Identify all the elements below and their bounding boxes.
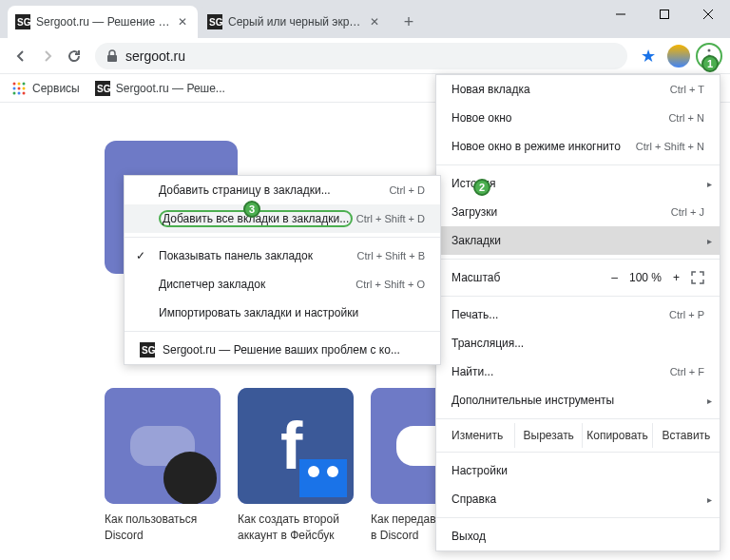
- menu-separator: [436, 259, 720, 260]
- url-text: sergoot.ru: [125, 48, 185, 64]
- svg-text:SG: SG: [97, 84, 110, 94]
- chrome-main-menu: Новая вкладкаCtrl + T Новое окноCtrl + N…: [435, 74, 720, 551]
- maximize-button[interactable]: [643, 0, 686, 29]
- svg-point-38: [308, 466, 319, 477]
- bookmark-star-icon[interactable]: ★: [641, 46, 656, 67]
- zoom-out-button[interactable]: –: [611, 271, 618, 284]
- card-item[interactable]: Как пользоваться Discord: [105, 388, 221, 544]
- toolbar: sergoot.ru ★: [0, 38, 730, 74]
- svg-text:SG: SG: [17, 17, 30, 28]
- submenu-bookmark-manager[interactable]: Диспетчер закладокCtrl + Shift + O: [125, 270, 440, 299]
- tab-title: Sergoot.ru — Решение ваших п: [36, 15, 175, 29]
- svg-point-13: [18, 82, 21, 85]
- close-window-button[interactable]: [686, 0, 730, 29]
- fullscreen-icon[interactable]: [691, 271, 704, 284]
- menu-new-window[interactable]: Новое окноCtrl + N: [436, 104, 720, 132]
- svg-point-17: [23, 87, 26, 89]
- submenu-import[interactable]: Импортировать закладки и настройки: [125, 299, 440, 327]
- menu-more-tools[interactable]: Дополнительные инструменты▸: [436, 386, 720, 415]
- menu-cast[interactable]: Трансляция...: [436, 329, 720, 357]
- svg-rect-5: [661, 10, 669, 19]
- menu-separator: [436, 164, 720, 165]
- apps-label: Сервисы: [32, 82, 80, 95]
- close-tab-icon[interactable]: ✕: [175, 14, 190, 29]
- menu-separator: [436, 517, 720, 518]
- svg-text:SG: SG: [142, 345, 155, 356]
- svg-point-15: [13, 87, 16, 89]
- svg-point-34: [163, 452, 217, 504]
- submenu-bookmark-entry[interactable]: SG Sergoot.ru — Решение ваших проблем с …: [125, 336, 440, 364]
- menu-find[interactable]: Найти...Ctrl + F: [436, 357, 720, 386]
- card-image: [105, 388, 221, 504]
- svg-point-12: [13, 82, 16, 85]
- svg-rect-37: [299, 459, 347, 497]
- chevron-right-icon: ▸: [707, 179, 712, 189]
- window-controls: [599, 0, 730, 29]
- lock-icon: [106, 49, 118, 63]
- browser-tab-2[interactable]: SG Серый или черный экран при з ✕: [200, 6, 390, 38]
- menu-help[interactable]: Справка▸: [436, 485, 720, 513]
- menu-print[interactable]: Печать...Ctrl + P: [436, 300, 720, 329]
- svg-point-39: [327, 466, 338, 477]
- zoom-value: 100 %: [629, 271, 662, 284]
- bookmark-item[interactable]: SG Sergoot.ru — Реше...: [95, 81, 225, 96]
- menu-copy[interactable]: Копировать: [583, 423, 653, 448]
- menu-separator: [125, 331, 440, 332]
- card-title: Как создать второй аккаунт в Фейсбук: [238, 512, 354, 544]
- menu-separator: [436, 418, 720, 419]
- svg-point-20: [23, 91, 26, 94]
- new-tab-button[interactable]: +: [395, 9, 422, 35]
- menu-new-tab[interactable]: Новая вкладкаCtrl + T: [436, 75, 720, 104]
- titlebar: SG Sergoot.ru — Решение ваших п ✕ SG Сер…: [0, 0, 730, 38]
- favicon-icon: SG: [95, 81, 110, 96]
- tab-title: Серый или черный экран при з: [228, 15, 367, 29]
- menu-separator: [125, 237, 440, 238]
- card-image: f: [238, 388, 354, 504]
- svg-point-14: [23, 82, 26, 85]
- menu-edit-row: Изменить Вырезать Копировать Вставить: [436, 423, 720, 448]
- svg-rect-8: [107, 55, 117, 62]
- card-title: Как пользоваться Discord: [105, 512, 221, 544]
- annotation-badge-2: 2: [473, 179, 490, 196]
- annotation-badge-1: 1: [701, 55, 719, 72]
- menu-exit[interactable]: Выход: [436, 522, 720, 550]
- menu-zoom: Масштаб – 100 % +: [436, 263, 720, 292]
- check-icon: ✓: [136, 249, 145, 262]
- menu-edit-label: Изменить: [436, 423, 515, 448]
- minimize-button[interactable]: [599, 0, 643, 29]
- chevron-right-icon: ▸: [707, 236, 712, 246]
- bookmark-label: Sergoot.ru — Реше...: [116, 82, 225, 95]
- chevron-right-icon: ▸: [707, 396, 712, 406]
- address-bar[interactable]: sergoot.ru: [95, 43, 627, 69]
- svg-point-18: [13, 91, 16, 94]
- menu-incognito[interactable]: Новое окно в режиме инкогнитоCtrl + Shif…: [436, 132, 720, 161]
- browser-tab-1[interactable]: SG Sergoot.ru — Решение ваших п ✕: [8, 6, 198, 38]
- apps-icon: [11, 81, 27, 96]
- zoom-in-button[interactable]: +: [673, 271, 680, 284]
- card-item[interactable]: f Как создать второй аккаунт в Фейсбук: [238, 388, 354, 544]
- favicon-icon: SG: [140, 342, 155, 357]
- svg-text:SG: SG: [209, 17, 222, 28]
- menu-separator: [436, 296, 720, 297]
- menu-settings[interactable]: Настройки: [436, 456, 720, 485]
- profile-avatar[interactable]: [667, 45, 690, 68]
- submenu-show-bookmarks-bar[interactable]: ✓Показывать панель закладокCtrl + Shift …: [125, 241, 440, 270]
- forward-button[interactable]: [34, 43, 61, 69]
- favicon-icon: SG: [207, 14, 222, 29]
- reload-button[interactable]: [61, 43, 87, 69]
- svg-point-9: [708, 48, 711, 51]
- apps-shortcut[interactable]: Сервисы: [11, 81, 80, 96]
- menu-separator: [436, 452, 720, 453]
- menu-cut[interactable]: Вырезать: [515, 423, 583, 448]
- close-tab-icon[interactable]: ✕: [367, 14, 382, 29]
- menu-bookmarks[interactable]: Закладки▸: [436, 226, 720, 255]
- chevron-right-icon: ▸: [707, 494, 712, 505]
- submenu-add-page[interactable]: Добавить страницу в закладки...Ctrl + D: [125, 176, 440, 204]
- menu-paste[interactable]: Вставить: [653, 423, 720, 448]
- svg-point-16: [18, 87, 21, 89]
- submenu-add-all-tabs[interactable]: Добавить все вкладки в закладки...Ctrl +…: [125, 204, 440, 233]
- menu-downloads[interactable]: ЗагрузкиCtrl + J: [436, 198, 720, 226]
- annotation-badge-3: 3: [243, 201, 260, 218]
- bookmarks-submenu: Добавить страницу в закладки...Ctrl + D …: [124, 175, 441, 365]
- back-button[interactable]: [8, 43, 34, 69]
